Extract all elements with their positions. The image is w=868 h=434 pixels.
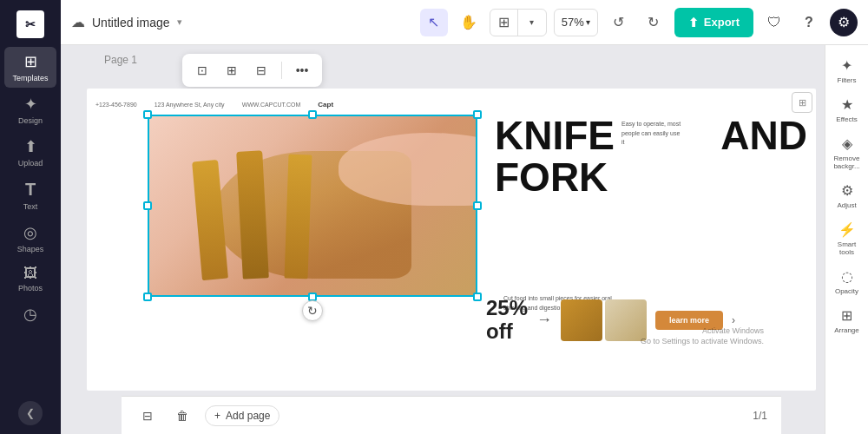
- thumbnail-1: [561, 299, 602, 341]
- copy-page-button[interactable]: ⊟: [135, 404, 160, 428]
- more-icon: •••: [296, 63, 309, 77]
- layout-chevron-button[interactable]: ▾: [518, 9, 546, 36]
- sidebar-item-templates[interactable]: ⊞ Templates: [4, 47, 56, 88]
- redo-button[interactable]: ↻: [640, 9, 667, 36]
- canvas-page[interactable]: ⊞ +123-456-7890 123 Anywhere St, Any cit…: [87, 89, 816, 391]
- zoom-control[interactable]: 57% ▾: [554, 9, 598, 36]
- handle-bottom-left[interactable]: [143, 293, 152, 301]
- right-panel-adjust[interactable]: ⚙ Adjust: [827, 177, 867, 214]
- canvas-selection-toolbar: ⊡ ⊞ ⊟ •••: [182, 54, 322, 87]
- right-panel-effects[interactable]: ★ Effects: [827, 91, 867, 128]
- handle-middle-right[interactable]: [473, 201, 482, 210]
- add-page-label: Add page: [226, 410, 270, 422]
- right-panel-arrange[interactable]: ⊞ Arrange: [827, 302, 867, 339]
- logo-area[interactable]: ✂: [13, 7, 48, 42]
- adjust-label: Adjust: [837, 201, 856, 209]
- add-page-button[interactable]: + Add page: [205, 405, 279, 426]
- sidebar-item-text[interactable]: T Text: [4, 174, 56, 216]
- sidebar-item-templates-label: Templates: [12, 74, 48, 82]
- selected-image[interactable]: ↻: [148, 115, 477, 297]
- settings-icon-button[interactable]: ⚙: [830, 9, 858, 36]
- right-panel-smart-tools[interactable]: ⚡ Smart tools: [827, 216, 867, 261]
- trash-icon: 🗑: [176, 409, 188, 423]
- photos-icon: 🖼: [23, 266, 37, 281]
- canvas-copy-button[interactable]: ⊟: [248, 57, 274, 83]
- canvas-copy-icon: ⊟: [256, 63, 266, 77]
- activate-watermark: Activate Windows Go to Settings to activ…: [641, 326, 764, 347]
- upload-icon: ⬆: [24, 137, 37, 156]
- handle-top-middle[interactable]: [308, 110, 317, 119]
- sidebar-item-upload-label: Upload: [18, 159, 43, 168]
- layout-chevron-icon: ▾: [529, 17, 534, 27]
- sidebar-item-shapes[interactable]: ◎ Shapes: [4, 218, 56, 259]
- hand-tool-button[interactable]: ✋: [455, 9, 483, 36]
- settings-icon: ⚙: [838, 14, 850, 30]
- left-sidebar: ✂ ⊞ Templates ✦ Design ⬆ Upload T Text ◎…: [0, 0, 61, 434]
- right-panel-opacity[interactable]: ◌ Opacity: [827, 263, 867, 300]
- handle-top-left[interactable]: [143, 110, 152, 119]
- crop-icon: ⊡: [197, 63, 207, 77]
- undo-button[interactable]: ↺: [605, 9, 633, 36]
- cursor-tool-button[interactable]: ↖: [420, 9, 448, 36]
- design-icon: ✦: [24, 95, 37, 114]
- export-cloud-icon: ⬆: [688, 16, 699, 30]
- cutlery-image: [148, 115, 477, 297]
- opacity-label: Opacity: [835, 287, 858, 295]
- adjust-icon: ⚙: [841, 182, 853, 199]
- copy-icon: ⊟: [142, 409, 153, 423]
- sidebar-item-design-label: Design: [18, 116, 43, 125]
- layout-button[interactable]: ⊞: [490, 9, 518, 36]
- canvas-grid-button[interactable]: ⊞: [219, 57, 245, 83]
- sidebar-item-upload[interactable]: ⬆ Upload: [4, 132, 56, 173]
- shield-icon: 🛡: [767, 15, 781, 30]
- handle-top-right[interactable]: [473, 110, 482, 119]
- thumbnail-row: [561, 299, 647, 341]
- help-icon-button[interactable]: ?: [795, 9, 823, 36]
- effects-label: Effects: [836, 115, 857, 123]
- question-icon: ?: [805, 15, 813, 30]
- canvas-crop-button[interactable]: ⊡: [189, 57, 215, 83]
- canvas-area: Page 1 ⊡ ⊞ ⊟ ••• ⊞ +123-456-7890 123 Any…: [61, 45, 825, 434]
- right-panel: ✦ Filters ★ Effects ◈ Remove backgr... ⚙…: [825, 45, 868, 434]
- page-counter: 1/1: [753, 410, 767, 422]
- sidebar-item-clock[interactable]: ◷: [4, 299, 56, 332]
- logo-text: ✂: [25, 17, 36, 31]
- remove-bg-icon: ◈: [842, 135, 852, 152]
- zoom-level: 57%: [562, 16, 584, 29]
- handle-middle-left[interactable]: [143, 201, 152, 210]
- heading-area: KNIFE FORK Easy to operate, most people …: [495, 115, 807, 199]
- small-desc: Easy to operate, most people can easily …: [621, 120, 682, 148]
- delete-page-button[interactable]: 🗑: [170, 404, 194, 428]
- layout-tool-group: ⊞ ▾: [490, 9, 547, 36]
- contact-web: WWW.CAPCUT.COM: [242, 102, 301, 108]
- undo-icon: ↺: [613, 14, 624, 30]
- right-panel-filters[interactable]: ✦ Filters: [827, 52, 867, 89]
- sidebar-collapse-button[interactable]: ❮: [18, 401, 43, 425]
- handle-bottom-right[interactable]: [473, 293, 482, 301]
- hand-icon: ✋: [460, 14, 477, 30]
- title-chevron-icon[interactable]: ▾: [177, 16, 182, 28]
- text-icon: T: [25, 180, 36, 200]
- canvas-more-button[interactable]: •••: [289, 57, 315, 83]
- sidebar-item-photos[interactable]: 🖼 Photos: [4, 260, 56, 298]
- contact-brand: Capt: [318, 101, 333, 108]
- shield-icon-button[interactable]: 🛡: [760, 9, 788, 36]
- rotate-handle[interactable]: ↻: [302, 300, 323, 321]
- filters-label: Filters: [838, 76, 857, 84]
- contact-phone: +123-456-7890: [95, 102, 137, 108]
- sidebar-item-text-label: Text: [23, 202, 38, 211]
- discount-text: 25% off: [486, 297, 528, 343]
- sidebar-item-design[interactable]: ✦ Design: [4, 89, 56, 130]
- export-button[interactable]: ⬆ Export: [674, 8, 753, 37]
- layout-icon: ⊞: [498, 14, 510, 30]
- bottom-bar: ⊟ 🗑 + Add page 1/1: [122, 396, 781, 434]
- filters-icon: ✦: [841, 57, 852, 74]
- app-logo[interactable]: ✂: [16, 10, 44, 38]
- right-panel-remove-bg[interactable]: ◈ Remove backgr...: [827, 130, 867, 175]
- smart-tools-label: Smart tools: [831, 240, 864, 256]
- export-label: Export: [704, 16, 740, 29]
- cloud-save-icon: ☁: [71, 14, 85, 30]
- cursor-icon: ↖: [428, 14, 439, 30]
- sidebar-item-shapes-label: Shapes: [17, 245, 44, 253]
- add-page-icon: +: [214, 410, 220, 422]
